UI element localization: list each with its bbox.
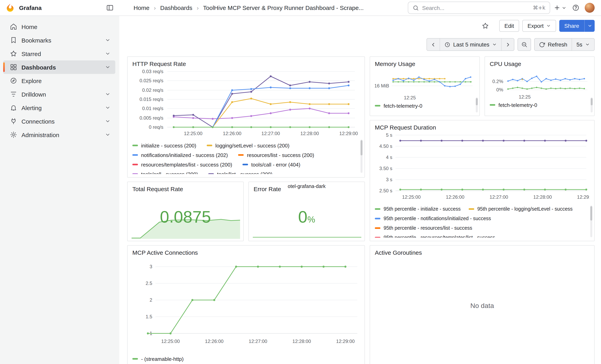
legend-item[interactable]: logging/setLevel - success (200) xyxy=(207,142,289,148)
panel-title[interactable]: Memory Usage xyxy=(375,59,415,68)
legend-scrollbar[interactable] xyxy=(590,206,592,237)
time-range-back-button[interactable] xyxy=(427,39,440,50)
y-tick: 0.02 req/s xyxy=(142,88,163,93)
legend-item[interactable]: fetch-telemetry-0 xyxy=(375,103,422,109)
panel-title[interactable]: Error Rate xyxy=(254,185,281,194)
panel-title[interactable]: Active Goroutines xyxy=(375,248,422,257)
share-dropdown-toggle[interactable] xyxy=(584,20,595,32)
edit-button[interactable]: Edit xyxy=(499,20,519,32)
breadcrumb-separator: › xyxy=(154,4,156,11)
dashboard-main: Edit Export Share xyxy=(119,16,601,364)
breadcrumb-dashboards[interactable]: Dashboards xyxy=(160,4,192,11)
y-tick: 16 MiB xyxy=(375,83,389,89)
user-avatar[interactable] xyxy=(585,3,595,13)
help-button[interactable] xyxy=(570,2,581,14)
legend-label: initialize - success (200) xyxy=(141,142,196,148)
sidebar-item-label: Starred xyxy=(21,50,41,57)
chevron-down-icon[interactable] xyxy=(105,37,110,43)
duration-legend: 95th percentile - initialize - success 9… xyxy=(375,204,590,238)
legend-item[interactable]: 95th percentile - resources/list - succe… xyxy=(375,225,472,231)
legend-item[interactable]: resources/templates/list - success (200) xyxy=(132,162,232,167)
legend-item[interactable]: 95th percentile - logging/setLevel - suc… xyxy=(469,206,572,212)
legend-item[interactable]: - (streamable-http) xyxy=(132,356,184,362)
time-range-picker[interactable]: Last 5 minutes xyxy=(440,39,501,50)
refresh-button[interactable]: Refresh xyxy=(535,39,571,50)
mcp-request-duration-chart[interactable]: 5 s 4.50 s 4 s 3.50 s 3 s 2.50 s 12:25:0… xyxy=(375,132,590,202)
sidebar-item-starred[interactable]: Starred xyxy=(3,47,115,60)
sidebar-item-dashboards[interactable]: Dashboards xyxy=(3,60,115,74)
legend-item[interactable]: tools/call - error (404) xyxy=(242,162,300,167)
legend-item[interactable]: notifications/initialized - success (202… xyxy=(132,152,228,158)
x-tick: 12:28:00 xyxy=(292,339,311,344)
legend-item[interactable]: 95th percentile - initialize - success xyxy=(375,206,461,212)
add-new-button[interactable] xyxy=(554,2,566,14)
panel-title[interactable]: HTTP Request Rate xyxy=(132,59,186,68)
legend-scrollbar[interactable] xyxy=(476,97,478,112)
chevron-down-icon[interactable] xyxy=(105,91,110,97)
refresh-label: Refresh xyxy=(548,41,567,48)
legend-item[interactable]: initialize - success (200) xyxy=(132,142,196,148)
x-tick: 12:29:00 xyxy=(577,194,590,200)
legend-item[interactable]: resources/list - success (200) xyxy=(238,152,314,158)
panel-http-request-rate: HTTP Request Rate xyxy=(127,56,365,178)
sidebar-item-explore[interactable]: Explore xyxy=(3,74,115,88)
memory-usage-chart[interactable]: 16 MiB 12:25 xyxy=(375,68,475,102)
zoom-out-button[interactable] xyxy=(518,39,531,50)
legend-swatch xyxy=(375,218,381,219)
favorite-star-button[interactable] xyxy=(480,20,491,32)
mcp-active-connections-chart[interactable]: 3 2.5 2 1.5 1 12:25:00 12:26:00 12:27:00… xyxy=(132,260,359,346)
legend-scrollbar[interactable] xyxy=(361,139,362,173)
sidebar-item-bookmarks[interactable]: Bookmarks xyxy=(3,33,115,47)
sidebar-item-drilldown[interactable]: Drilldown xyxy=(3,88,115,101)
y-tick: 0 req/s xyxy=(149,124,163,130)
legend-swatch xyxy=(132,173,138,174)
gridlines xyxy=(155,267,357,333)
panel-title[interactable]: MCP Request Duration xyxy=(375,123,436,132)
star-icon xyxy=(10,50,17,57)
breadcrumb-home[interactable]: Home xyxy=(134,4,150,11)
legend-item[interactable]: fetch-telemetry-0 xyxy=(490,102,537,108)
legend-label: 95th percentile - resources/templates/li… xyxy=(384,235,495,238)
grafana-logo[interactable] xyxy=(6,3,15,12)
legend-scrollbar[interactable] xyxy=(591,97,593,112)
export-button[interactable]: Export xyxy=(522,20,556,32)
breadcrumb-current: ToolHive MCP Server & Proxy Runner Dashb… xyxy=(203,4,364,11)
chevron-down-icon[interactable] xyxy=(105,64,110,70)
y-tick: 0.01 req/s xyxy=(142,106,163,111)
edit-label: Edit xyxy=(504,23,514,29)
legend-swatch xyxy=(132,358,138,360)
share-button[interactable]: Share xyxy=(559,20,584,32)
http-request-rate-chart[interactable]: 0.03 req/s 0.025 req/s 0.02 req/s 0.015 … xyxy=(132,68,359,139)
legend-item[interactable]: 95th percentile - resources/templates/li… xyxy=(375,235,495,238)
dock-sidebar-icon[interactable] xyxy=(104,2,115,14)
legend-swatch xyxy=(375,105,381,107)
chevron-down-icon[interactable] xyxy=(105,105,110,110)
y-tick: 0.03 req/s xyxy=(142,69,163,74)
refresh-icon xyxy=(539,41,545,48)
search-field[interactable] xyxy=(422,5,530,11)
legend-item[interactable]: tools/list - success (200) xyxy=(208,171,272,174)
legend-item[interactable]: 95th percentile - notifications/initiali… xyxy=(375,216,491,221)
chevron-down-icon[interactable] xyxy=(105,51,110,56)
sidebar-item-alerting[interactable]: Alerting xyxy=(3,101,115,114)
panel-title[interactable]: CPU Usage xyxy=(490,59,521,68)
sidebar-item-administration[interactable]: Administration xyxy=(3,128,115,141)
cpu-usage-chart[interactable]: 0.2% 0% 12:25 xyxy=(490,68,590,101)
panel-title[interactable]: Total Request Rate xyxy=(132,185,183,194)
legend-item[interactable]: tools/call - success (200) xyxy=(132,171,198,174)
y-tick: 4 s xyxy=(386,155,392,160)
sidebar-item-home[interactable]: Home xyxy=(3,20,115,33)
gridlines xyxy=(167,71,355,127)
search-input[interactable]: ⌘+k xyxy=(408,2,550,14)
x-tick: 12:25:00 xyxy=(402,194,421,200)
panel-title[interactable]: MCP Active Connections xyxy=(132,248,198,257)
chevron-down-icon[interactable] xyxy=(105,118,110,124)
refresh-interval-picker[interactable]: 5s xyxy=(571,39,594,50)
y-tick: 0.015 req/s xyxy=(140,97,163,102)
sidebar-item-connections[interactable]: Connections xyxy=(3,114,115,128)
chevron-down-icon[interactable] xyxy=(105,132,110,138)
time-range-forward-button[interactable] xyxy=(501,39,514,50)
x-tick: 12:29:00 xyxy=(339,131,358,136)
x-axis: 12:25:00 12:26:00 12:27:00 12:28:00 12:2… xyxy=(161,339,355,344)
y-tick: 1.5 xyxy=(146,314,152,319)
